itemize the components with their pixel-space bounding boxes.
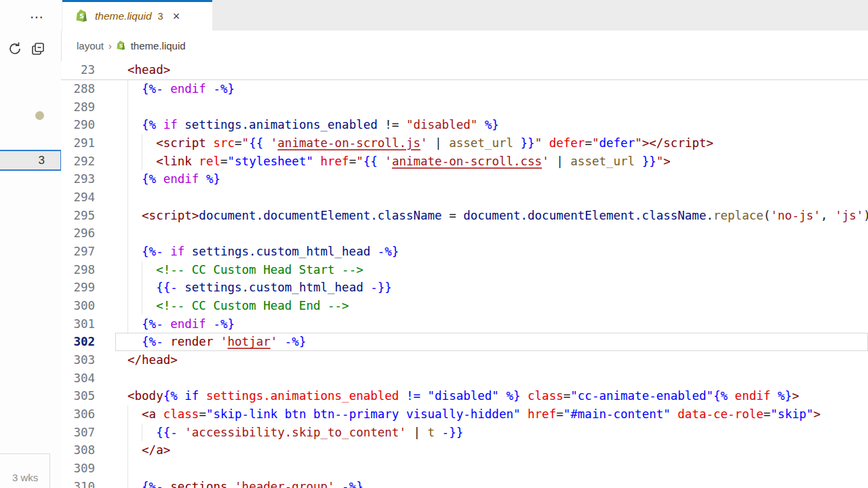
code-line[interactable]: 294 [61, 188, 868, 207]
code-token: rel [192, 155, 220, 168]
code-line[interactable]: 291 <script src="{{ 'animate-on-scroll.j… [61, 134, 868, 152]
code-token: ' [271, 335, 278, 348]
code-token: ></script> [642, 136, 713, 150]
code-line[interactable]: 301 {%- endif -%} [61, 315, 868, 333]
tab-theme-liquid[interactable]: S theme.liquid 3 × [62, 0, 212, 30]
code-token: ' [384, 155, 392, 168]
indent-guide [127, 460, 128, 478]
code-token: </a> [127, 443, 170, 457]
code-text: <!-- CC Custom Head Start --> [127, 261, 363, 279]
code-line[interactable]: 306 <a class="skip-link btn btn--primary… [61, 405, 868, 424]
code-token: {% [163, 389, 178, 403]
code-token: "stylesheet" [228, 155, 313, 168]
code-token: " [242, 136, 250, 150]
code-token: %} [770, 389, 792, 403]
code-line[interactable]: 289 [61, 98, 868, 117]
code-token: settings.custom_html_head [184, 245, 370, 258]
indent-guide [127, 98, 128, 117]
code-token: "#main-content" [564, 407, 671, 421]
code-line[interactable]: 305<body{% if settings.animations_enable… [61, 387, 868, 405]
more-actions-icon[interactable]: ⋯ [30, 9, 44, 25]
code-token: ' [542, 155, 549, 168]
blame-annotation: 3 wks [12, 472, 38, 483]
line-number: 308 [61, 441, 95, 460]
code-token: href [521, 407, 557, 421]
code-token: -}} [435, 426, 463, 439]
code-token: render [163, 335, 214, 348]
code-token: }} [513, 136, 535, 150]
code-text: </head> [127, 351, 178, 369]
line-number: 307 [61, 424, 95, 442]
rail-divider [0, 453, 50, 454]
code-line[interactable]: 309 [61, 460, 868, 478]
code-line[interactable]: 310 {%- sections 'header-group' -%} [61, 478, 868, 488]
modified-indicator-dot [35, 111, 44, 120]
sticky-line-number: 23 [61, 61, 95, 79]
code-text: <script>document.documentElement.classNa… [127, 207, 868, 225]
code-token: 'no-js' [770, 209, 821, 222]
code-editor[interactable]: 23 <head> 288 {%- endif -%}289290 {% if … [61, 61, 868, 488]
code-line[interactable]: 296 [61, 224, 868, 243]
code-token: "disabled" [406, 118, 477, 131]
code-token: "skip" [770, 407, 813, 421]
code-token: <script> [127, 209, 199, 222]
rail-divider-vertical [50, 453, 50, 488]
code-text: {{- 'accessibility.skip_to_content' | t … [127, 424, 463, 442]
sticky-scroll-line[interactable]: 23 <head> [61, 61, 868, 80]
code-line[interactable]: 303</head> [61, 351, 868, 369]
code-token: defer [542, 136, 585, 150]
shopify-file-icon: S [76, 9, 90, 24]
line-number: 305 [61, 387, 95, 405]
code-token: settings.animations_enabled [199, 389, 399, 403]
indent-guide [127, 188, 128, 207]
code-line[interactable]: 293 {% endif %} [61, 170, 868, 188]
code-line[interactable]: 295 <script>document.documentElement.cla… [61, 207, 868, 225]
indent-guide [127, 224, 128, 243]
refresh-icon[interactable] [7, 41, 23, 57]
code-line[interactable]: 302 {%- render 'hotjar' -%} [61, 333, 868, 351]
code-token: | [549, 155, 571, 168]
code-token: <!-- CC Custom Head Start --> [156, 263, 363, 277]
line-number: 289 [61, 98, 95, 117]
code-token: -%} [370, 245, 399, 258]
code-line[interactable]: 297 {%- if settings.custom_html_head -%} [61, 243, 868, 261]
code-token: class [156, 407, 199, 421]
code-text: {%- if settings.custom_html_head -%} [127, 243, 399, 261]
line-number: 299 [61, 279, 95, 297]
code-line[interactable]: 292 <link rel="stylesheet" href="{{ 'ani… [61, 152, 868, 171]
breadcrumb-file[interactable]: theme.liquid [131, 40, 186, 52]
code-token: "disabled" [428, 389, 499, 403]
code-line[interactable]: 308 </a> [61, 441, 868, 460]
code-token: sections [163, 480, 228, 488]
line-number: 291 [61, 134, 95, 152]
code-token: settings.custom_html_head [178, 281, 363, 294]
code-token: %} [477, 118, 499, 131]
code-line[interactable]: 290 {% if settings.animations_enabled !=… [61, 116, 868, 134]
code-token: <a [127, 407, 156, 421]
code-token: " [356, 155, 363, 168]
compare-changes-icon[interactable] [30, 41, 46, 57]
code-text: </a> [127, 441, 170, 460]
code-token: ' [420, 136, 428, 150]
code-text: {%- sections 'header-group' -%} [127, 478, 363, 488]
code-line[interactable]: 300 <!-- CC Custom Head End --> [61, 297, 868, 315]
code-text: <body{% if settings.animations_enabled !… [127, 387, 799, 405]
code-line[interactable]: 288 {%- endif -%} [61, 80, 868, 98]
svg-text:S: S [79, 12, 84, 20]
code-token: defer [599, 136, 635, 150]
code-token: animate-on-scroll.js [277, 136, 420, 150]
code-line[interactable]: 304 [61, 369, 868, 388]
change-count-badge[interactable]: 3 [0, 150, 62, 171]
code-token: = [220, 155, 228, 168]
code-token: <script [127, 136, 206, 150]
line-number: 298 [61, 261, 95, 279]
breadcrumb-folder[interactable]: layout [77, 40, 104, 52]
code-token: " [592, 136, 599, 150]
code-line[interactable]: 307 {{- 'accessibility.skip_to_content' … [61, 424, 868, 442]
code-line[interactable]: 299 {{- settings.custom_html_head -}} [61, 279, 868, 297]
code-line[interactable]: 298 <!-- CC Custom Head Start --> [61, 261, 868, 279]
tab-close-icon[interactable]: × [173, 10, 180, 22]
tab-label: theme.liquid [95, 10, 152, 22]
code-token: document.documentElement.className [199, 209, 441, 222]
line-number: 294 [61, 188, 95, 207]
